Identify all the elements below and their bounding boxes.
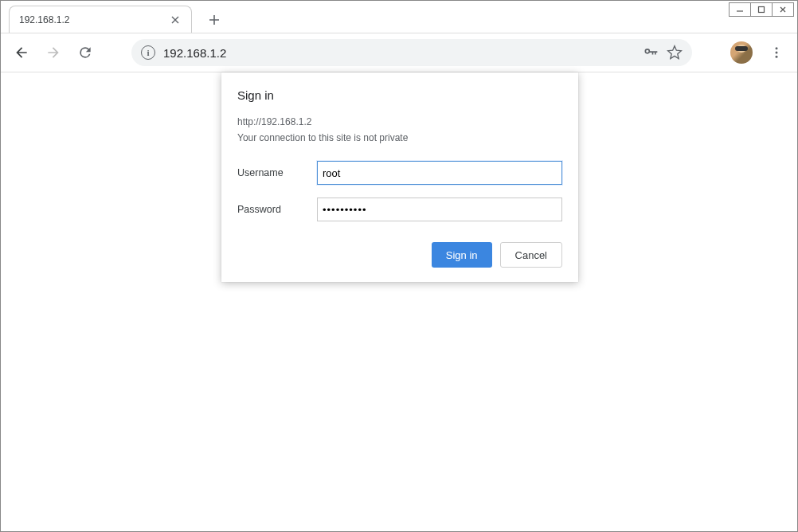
page-content: Sign in http://192.168.1.2 Your connecti… bbox=[1, 72, 797, 531]
url-input[interactable] bbox=[163, 46, 635, 60]
username-row: Username root bbox=[237, 161, 562, 185]
site-info-icon[interactable]: i bbox=[141, 45, 155, 60]
maximize-button[interactable] bbox=[750, 2, 773, 17]
svg-point-1 bbox=[776, 47, 778, 49]
new-tab-button[interactable] bbox=[203, 9, 225, 31]
browser-tab[interactable]: 192.168.1.2 bbox=[9, 6, 192, 33]
svg-point-3 bbox=[776, 56, 778, 58]
tab-strip: 192.168.1.2 bbox=[1, 1, 797, 33]
http-auth-dialog: Sign in http://192.168.1.2 Your connecti… bbox=[221, 72, 578, 282]
window-close-button[interactable] bbox=[772, 2, 794, 17]
svg-rect-0 bbox=[759, 7, 765, 13]
browser-toolbar: i bbox=[1, 33, 797, 72]
dialog-warning: Your connection to this site is not priv… bbox=[237, 132, 562, 143]
cancel-button[interactable]: Cancel bbox=[500, 242, 562, 268]
chrome-menu-button[interactable] bbox=[762, 38, 791, 67]
window-controls bbox=[730, 2, 794, 17]
reload-button[interactable] bbox=[71, 38, 100, 67]
password-row: Password •••••••••• bbox=[237, 198, 562, 221]
password-input[interactable] bbox=[317, 198, 562, 221]
username-input[interactable] bbox=[317, 161, 562, 185]
bookmark-star-icon[interactable] bbox=[667, 45, 683, 61]
tab-close-icon[interactable] bbox=[169, 14, 182, 26]
minimize-button[interactable] bbox=[729, 2, 751, 17]
dialog-title: Sign in bbox=[237, 88, 562, 102]
tab-title: 192.168.1.2 bbox=[19, 14, 169, 25]
back-button[interactable] bbox=[7, 38, 36, 67]
password-label: Password bbox=[237, 204, 317, 215]
username-label: Username bbox=[237, 167, 317, 178]
forward-button[interactable] bbox=[39, 38, 68, 67]
dialog-url: http://192.168.1.2 bbox=[237, 116, 562, 127]
address-bar[interactable]: i bbox=[131, 39, 692, 66]
signin-button[interactable]: Sign in bbox=[432, 242, 492, 268]
svg-point-2 bbox=[776, 52, 778, 54]
saved-password-key-icon[interactable] bbox=[643, 45, 659, 61]
dialog-actions: Sign in Cancel bbox=[237, 242, 562, 268]
profile-avatar[interactable] bbox=[730, 41, 753, 64]
